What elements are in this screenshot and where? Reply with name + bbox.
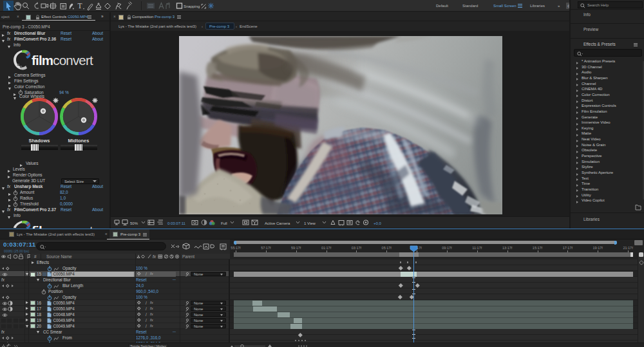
- svg-text:Full: Full: [221, 221, 227, 225]
- svg-text:fx: fx: [153, 254, 156, 259]
- svg-text:filmconvert: filmconvert: [32, 53, 93, 68]
- svg-text:#: #: [34, 254, 37, 259]
- svg-text:0:03:07:11: 0:03:07:11: [167, 221, 186, 225]
- svg-text:Source Name: Source Name: [46, 254, 72, 259]
- svg-text:1 View: 1 View: [304, 221, 316, 225]
- svg-text:+0,0: +0,0: [374, 221, 382, 225]
- svg-text:Shadows: Shadows: [29, 138, 50, 144]
- svg-text:Snapping: Snapping: [184, 5, 200, 8]
- svg-text:Active Camera: Active Camera: [265, 221, 290, 225]
- svg-text:filmconvert: filmconvert: [32, 223, 93, 229]
- svg-text:Parent: Parent: [182, 254, 194, 259]
- svg-text:T: T: [78, 2, 82, 10]
- svg-text:50%: 50%: [130, 221, 138, 225]
- svg-text:Midtones: Midtones: [68, 138, 90, 144]
